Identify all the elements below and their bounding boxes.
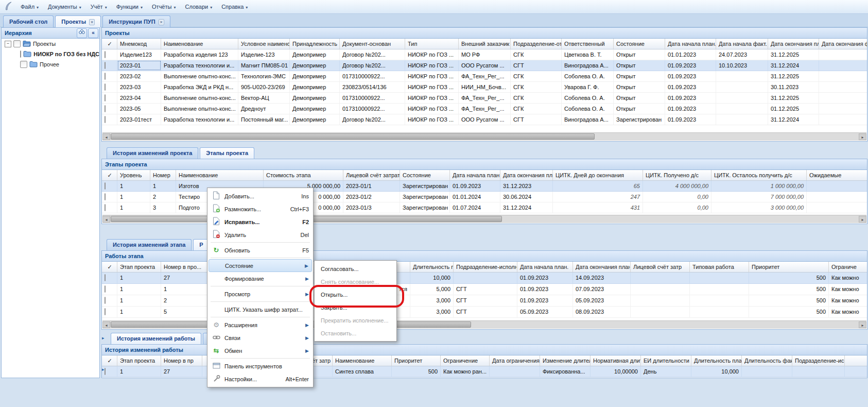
- row-checkbox[interactable]: [105, 368, 106, 375]
- column-header[interactable]: Подразделение-от: [511, 39, 562, 49]
- menu-item-8[interactable]: Состояние▶: [209, 259, 312, 272]
- menu-item-19[interactable]: Панель инструментов: [209, 360, 312, 372]
- menu-item-2[interactable]: Размножить...Ctrl+F3: [209, 202, 312, 215]
- column-header[interactable]: ✓: [102, 262, 117, 272]
- menu-item-4[interactable]: УдалитьDel: [209, 228, 312, 241]
- scroll-right-icon[interactable]: ▸: [859, 216, 866, 223]
- row-checkbox[interactable]: [105, 62, 106, 69]
- scroll-thumb[interactable]: [111, 133, 595, 140]
- menu-item-1[interactable]: Добавить...Ins: [209, 190, 312, 202]
- column-header[interactable]: Внешний заказчик: [459, 39, 511, 49]
- table-row[interactable]: Изделие123Разработка изделия 123Изделие-…: [102, 49, 867, 60]
- main-tab-1[interactable]: Рабочий стол: [3, 15, 54, 27]
- column-header[interactable]: Длительность пла: [691, 355, 742, 366]
- tree-checkbox[interactable]: [13, 40, 21, 47]
- column-header[interactable]: ЕИ длительности: [641, 355, 691, 366]
- menubar-item-4[interactable]: Функции▾: [112, 2, 147, 12]
- collapse-panel-icon[interactable]: «: [88, 28, 98, 38]
- column-header[interactable]: Дата ограничения: [490, 355, 540, 366]
- scroll-left-icon[interactable]: ◂: [102, 216, 110, 223]
- row-checkbox[interactable]: [105, 297, 106, 304]
- column-header[interactable]: Типовая работа: [690, 262, 749, 272]
- column-header[interactable]: ЦИТК. Осталось получить д/с: [711, 170, 807, 180]
- row-checkbox[interactable]: [105, 182, 106, 190]
- menubar-item-1[interactable]: Файл▾: [16, 2, 43, 12]
- column-header[interactable]: Нормативная длит: [591, 355, 641, 366]
- region-expand-icon[interactable]: ▸: [102, 367, 105, 372]
- column-header[interactable]: Состояние: [400, 170, 450, 180]
- menubar-item-3[interactable]: Учёт▾: [86, 2, 112, 12]
- column-header[interactable]: Дата начала факт.: [716, 39, 768, 49]
- table-row[interactable]: 2023-03Разработка ЭКД и РКД н...905-U020…: [102, 82, 867, 93]
- projects-hscrollbar[interactable]: ◂▸: [102, 132, 866, 141]
- column-header[interactable]: Наименование: [161, 39, 238, 49]
- scroll-left-icon[interactable]: ◂: [102, 321, 110, 328]
- stage_tabs-tab-2[interactable]: Этапы проекта: [200, 147, 254, 159]
- row-checkbox[interactable]: [105, 193, 106, 200]
- column-header[interactable]: ЦИТК. Получено д/с: [643, 170, 711, 180]
- row-checkbox[interactable]: [105, 83, 106, 91]
- column-header[interactable]: Дата начала план: [450, 170, 500, 180]
- table-row[interactable]: 2023-05Выполнение опытно-конс...Дредноут…: [102, 104, 867, 114]
- column-header[interactable]: Уровень: [117, 170, 150, 180]
- menu-item-6[interactable]: ↻ОбновитьF5: [209, 244, 312, 257]
- column-header[interactable]: Изменение длител: [540, 355, 591, 366]
- submenu-item-6[interactable]: Остановить...: [316, 327, 395, 340]
- row-checkbox[interactable]: [105, 274, 106, 281]
- column-header[interactable]: [845, 355, 867, 366]
- scroll-right-icon[interactable]: ▸: [859, 321, 866, 328]
- history_tabs-tab-1[interactable]: История изменений работы: [111, 333, 201, 344]
- close-icon[interactable]: ×: [89, 19, 95, 25]
- tree-node-child-2[interactable]: Прочее: [2, 59, 99, 70]
- column-header[interactable]: Дата окончания план: [573, 262, 631, 272]
- column-header[interactable]: Длительность план▼: [410, 262, 454, 272]
- menu-item-17[interactable]: ⇆Обмен▶: [209, 344, 312, 357]
- row-checkbox[interactable]: [105, 73, 106, 80]
- column-header[interactable]: Приоритет: [749, 262, 829, 272]
- column-header[interactable]: ✓: [102, 355, 117, 366]
- column-header[interactable]: Состояние: [614, 39, 665, 49]
- column-header[interactable]: Ограниче: [829, 262, 867, 272]
- tree-node-child-1[interactable]: НИОКР по ГОЗ без НДС: [2, 49, 99, 59]
- column-header[interactable]: Ожидаемые: [807, 170, 867, 180]
- column-header[interactable]: Мнемокод: [117, 39, 161, 49]
- menu-item-3[interactable]: Исправить...F2: [209, 215, 312, 228]
- table-row[interactable]: 2023-02Выполнение опытно-конс...Технолог…: [102, 71, 867, 82]
- column-header[interactable]: Подразделение-ис: [792, 355, 845, 366]
- column-header[interactable]: Ответственный: [562, 39, 614, 49]
- column-header[interactable]: ✓: [102, 170, 117, 180]
- column-header[interactable]: Дата окончания пл: [768, 39, 819, 49]
- column-header[interactable]: Дата начала план.: [665, 39, 716, 49]
- column-header[interactable]: Номер в про...: [161, 262, 207, 272]
- column-header[interactable]: Этап проекта: [117, 355, 161, 366]
- column-header[interactable]: Ограничение: [441, 355, 490, 366]
- column-header[interactable]: Дата окончания ф: [819, 39, 867, 49]
- column-header[interactable]: Номер в пр: [161, 355, 202, 366]
- menu-item-13[interactable]: ЦИТК. Указать шифр затрат...: [209, 303, 312, 316]
- menubar-item-6[interactable]: Словари▾: [180, 2, 217, 12]
- column-header[interactable]: Приоритет: [392, 355, 441, 366]
- column-header[interactable]: ✓: [102, 39, 117, 49]
- column-header[interactable]: Наименование: [333, 355, 392, 366]
- menu-item-16[interactable]: Связи▶: [209, 331, 312, 344]
- close-icon[interactable]: ×: [159, 19, 164, 25]
- menubar-item-2[interactable]: Документы▾: [43, 2, 86, 12]
- column-header[interactable]: Лицевой счёт затр: [631, 262, 690, 272]
- menu-item-20[interactable]: Настройки...Alt+Enter: [209, 372, 312, 385]
- table-row[interactable]: 2023-01Разработка технологии и...Магнит …: [102, 60, 867, 71]
- column-header[interactable]: Подразделение-исполнитель..: [454, 262, 517, 272]
- tree-checkbox[interactable]: [20, 61, 27, 68]
- column-header[interactable]: Документ-основан: [340, 39, 405, 49]
- table-row[interactable]: 2023-04Выполнение опытно-конс...Вектор-А…: [102, 93, 867, 104]
- column-header[interactable]: Принадлежность: [290, 39, 340, 49]
- table-row[interactable]: 2023-01тестРазработка технологии и...Пос…: [102, 114, 867, 125]
- column-header[interactable]: Номер: [150, 170, 176, 180]
- tree-node-root[interactable]: −Проекты: [2, 39, 99, 49]
- work_tabs-tab-1[interactable]: История изменений этапа: [107, 239, 192, 250]
- region-expand-icon[interactable]: ▸: [102, 335, 105, 341]
- menubar-item-7[interactable]: Справка▾: [217, 2, 252, 12]
- column-header[interactable]: Лицевой счёт затрат.: [343, 170, 400, 180]
- menu-item-11[interactable]: Просмотр▶: [209, 287, 312, 300]
- search-icon[interactable]: [77, 28, 87, 38]
- scroll-left-icon[interactable]: ◂: [102, 133, 110, 140]
